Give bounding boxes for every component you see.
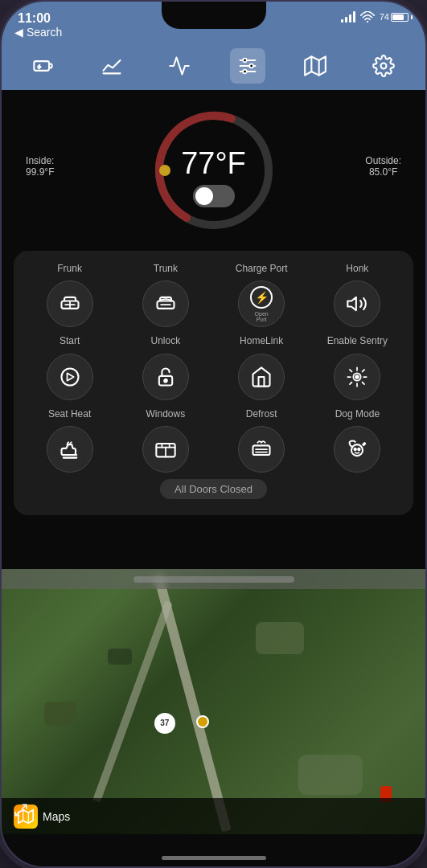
status-time: 11:00 xyxy=(18,11,51,26)
frunk-label: Frunk xyxy=(57,263,82,274)
windows-icon xyxy=(154,438,177,461)
start-button[interactable] xyxy=(47,354,93,400)
unlock-button[interactable] xyxy=(142,354,189,400)
doors-badge: All Doors Closed xyxy=(160,479,267,499)
svg-point-38 xyxy=(355,448,356,450)
map-background: 37 xyxy=(2,569,425,834)
windows-control[interactable]: Windows xyxy=(121,408,209,473)
frunk-button[interactable] xyxy=(47,280,93,327)
homelink-button[interactable] xyxy=(238,354,285,400)
status-icons: 74 xyxy=(341,11,413,23)
sentry-button[interactable] xyxy=(334,354,380,400)
dog-mode-label: Dog Mode xyxy=(335,408,380,420)
controls-grid: Frunk Trunk xyxy=(26,263,401,473)
trunk-button[interactable] xyxy=(142,280,189,327)
battery-icon: 74 xyxy=(380,12,413,22)
back-button[interactable]: ◀ Search xyxy=(14,26,62,39)
expand-icon xyxy=(14,803,28,817)
outside-temp: Outside: 85.0°F xyxy=(365,155,401,178)
nav-item-stats[interactable] xyxy=(94,48,129,84)
unlock-icon xyxy=(154,366,177,388)
nav-bar xyxy=(2,42,425,90)
dog-mode-control[interactable]: Dog Mode xyxy=(314,408,401,473)
charge-port-icon: ⚡ OpenPort xyxy=(250,286,273,322)
honk-button[interactable] xyxy=(334,280,380,327)
svg-point-39 xyxy=(359,448,360,450)
svg-line-30 xyxy=(363,370,365,372)
gauge-center: 77°F xyxy=(181,134,246,207)
start-control[interactable]: Start xyxy=(26,335,113,399)
homelink-control[interactable]: HomeLink xyxy=(218,335,306,399)
map-bottom-bar: Maps xyxy=(2,798,425,834)
windows-label: Windows xyxy=(146,408,186,420)
svg-point-37 xyxy=(351,444,363,456)
svg-line-31 xyxy=(350,382,352,384)
dog-mode-icon xyxy=(346,438,368,461)
phone-frame: 11:00 74 xyxy=(0,0,427,868)
climate-toggle[interactable] xyxy=(193,185,235,207)
wifi-icon xyxy=(360,11,375,23)
unlock-control[interactable]: Unlock xyxy=(121,335,209,399)
svg-point-5 xyxy=(243,59,247,63)
seat-heat-label: Seat Heat xyxy=(48,408,91,420)
stats-nav-icon xyxy=(101,55,123,77)
frunk-icon xyxy=(59,293,81,315)
nav-item-charge[interactable] xyxy=(26,48,61,84)
defrost-button[interactable] xyxy=(238,426,285,473)
controls-nav-icon xyxy=(236,55,259,77)
windows-button[interactable] xyxy=(142,426,189,473)
sentry-icon xyxy=(346,366,368,388)
nav-item-settings[interactable] xyxy=(366,48,401,84)
honk-control[interactable]: Honk xyxy=(314,263,401,327)
seat-heat-control[interactable]: Seat Heat xyxy=(26,408,113,473)
seat-heat-button[interactable] xyxy=(47,426,93,473)
seat-heat-icon xyxy=(59,438,81,461)
sentry-control[interactable]: Enable Sentry xyxy=(314,335,401,399)
nav-item-chart[interactable] xyxy=(162,48,197,84)
trunk-label: Trunk xyxy=(154,263,178,274)
defrost-label: Defrost xyxy=(246,408,277,420)
defrost-control[interactable]: Defrost xyxy=(218,408,306,473)
charge-port-control[interactable]: Charge Port ⚡ OpenPort xyxy=(218,263,306,327)
svg-line-29 xyxy=(363,382,365,384)
svg-rect-34 xyxy=(253,446,270,456)
signal-bars-icon xyxy=(341,11,355,23)
charge-port-label: Charge Port xyxy=(236,263,288,274)
start-icon xyxy=(59,366,81,388)
home-indicator xyxy=(162,856,266,860)
svg-point-11 xyxy=(380,63,386,69)
start-label: Start xyxy=(60,335,80,346)
doors-status: All Doors Closed xyxy=(26,479,401,499)
map-section[interactable]: 37 Maps xyxy=(2,569,425,834)
charge-nav-icon xyxy=(32,55,55,77)
chart-nav-icon xyxy=(168,55,191,77)
nav-item-map[interactable] xyxy=(298,48,333,84)
svg-point-6 xyxy=(249,64,253,68)
sentry-label: Enable Sentry xyxy=(327,335,388,346)
svg-point-19 xyxy=(61,368,78,385)
dog-mode-button[interactable] xyxy=(334,426,380,473)
notch xyxy=(162,2,266,29)
charge-port-button[interactable]: ⚡ OpenPort xyxy=(238,280,285,327)
trunk-control[interactable]: Trunk xyxy=(121,263,209,327)
controls-card: Frunk Trunk xyxy=(14,251,413,515)
frunk-control[interactable]: Frunk xyxy=(26,263,113,327)
expand-button[interactable] xyxy=(14,803,28,821)
location-marker xyxy=(196,715,209,728)
toggle-knob xyxy=(195,187,213,205)
nav-item-controls[interactable] xyxy=(230,48,265,84)
temperature-gauge[interactable]: 77°F xyxy=(150,106,278,235)
svg-point-7 xyxy=(243,70,247,74)
settings-nav-icon xyxy=(372,55,395,77)
maps-label: Maps xyxy=(43,810,70,823)
svg-rect-1 xyxy=(35,61,50,71)
honk-icon xyxy=(346,293,368,315)
svg-line-43 xyxy=(23,805,27,809)
road-diagonal xyxy=(92,600,173,802)
temperature-section: Inside: 99.9°F Outside: 85.0°F xyxy=(2,90,425,243)
main-content: Inside: 99.9°F Outside: 85.0°F xyxy=(2,90,425,866)
map-overlay-top xyxy=(2,569,425,589)
svg-line-44 xyxy=(15,812,19,816)
gauge-dot-indicator xyxy=(159,165,170,176)
honk-label: Honk xyxy=(346,263,368,274)
